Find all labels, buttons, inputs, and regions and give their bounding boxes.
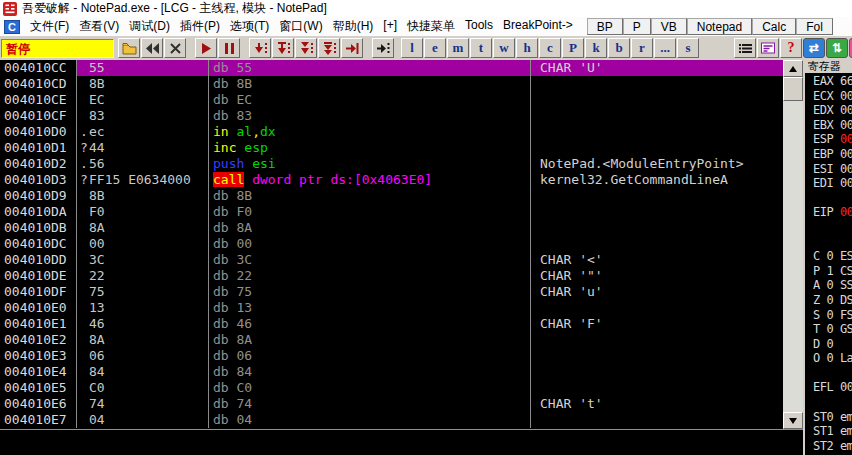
menu-button-bp[interactable]: BP: [587, 18, 623, 35]
toolbar-letter-e[interactable]: e: [424, 38, 446, 58]
register-line[interactable]: [805, 395, 852, 410]
menu-button-fol[interactable]: Fol: [796, 18, 833, 35]
toolbar-letter-w[interactable]: w: [493, 38, 515, 58]
close-process-button[interactable]: [164, 38, 186, 58]
disasm-row[interactable]: 004010D3?FF15 E0634000call dword ptr ds:…: [0, 172, 783, 188]
toolbar-letter-h[interactable]: h: [516, 38, 538, 58]
register-line[interactable]: EFL 00: [805, 380, 852, 395]
menu-item-breakpoint[interactable]: BreakPoint->: [503, 18, 573, 35]
menu-button-vb[interactable]: VB: [651, 18, 687, 35]
help-button[interactable]: ?: [780, 38, 802, 58]
toolbar-letter-more[interactable]: ...: [654, 38, 676, 58]
run-button[interactable]: [195, 38, 217, 58]
disasm-row[interactable]: 004010E0 13db 13: [0, 300, 783, 316]
disasm-row[interactable]: 004010D1?44inc esp: [0, 140, 783, 156]
register-line[interactable]: EDI 00: [805, 176, 852, 191]
disasm-row[interactable]: 004010D9 8Bdb 8B: [0, 188, 783, 204]
toolbar-letter-s[interactable]: s: [677, 38, 699, 58]
trace-into-button[interactable]: [295, 38, 317, 58]
disasm-row[interactable]: 004010DB 8Adb 8A: [0, 220, 783, 236]
register-line[interactable]: O 0 LastErr: [805, 351, 852, 366]
disasm-row[interactable]: 004010E2 8Adb 8A: [0, 332, 783, 348]
disasm-row[interactable]: 004010E1 46db 46CHAR 'F': [0, 316, 783, 332]
menu-item-plus[interactable]: [+]: [383, 18, 397, 35]
go-to-user-code-button[interactable]: [372, 38, 394, 58]
disasm-row[interactable]: 004010E4 84db 84: [0, 364, 783, 380]
register-line[interactable]: ST0 empty: [805, 410, 852, 425]
register-line[interactable]: T 0 GS: [805, 322, 852, 337]
pause-button[interactable]: [218, 38, 240, 58]
toolbar-letter-P[interactable]: P: [562, 38, 584, 58]
register-line[interactable]: EBP 00: [805, 147, 852, 162]
disasm-row[interactable]: 004010DD 3Cdb 3CCHAR '<': [0, 252, 783, 268]
menu-button-notepad[interactable]: Notepad: [687, 18, 752, 35]
register-line[interactable]: S 0 FS: [805, 308, 852, 323]
register-line[interactable]: ECX 00: [805, 89, 852, 104]
menu-item-plugins[interactable]: 插件(P): [180, 18, 220, 35]
register-line[interactable]: D 0: [805, 337, 852, 352]
register-line[interactable]: Z 0 DS: [805, 293, 852, 308]
menu-item-debug[interactable]: 调试(D): [129, 18, 170, 35]
disasm-row[interactable]: 004010E5 C0db C0: [0, 380, 783, 396]
menu-item-options[interactable]: 选项(T): [230, 18, 269, 35]
toolbar-letter-t[interactable]: t: [470, 38, 492, 58]
scroll-down-button[interactable]: [783, 412, 803, 429]
menu-item-quick-menu[interactable]: 快捷菜单: [407, 18, 455, 35]
plugin-updown-button[interactable]: ⇅: [826, 38, 848, 58]
menu-item-view[interactable]: 查看(V): [79, 18, 119, 35]
menu-item-help[interactable]: 帮助(H): [333, 18, 374, 35]
menu-item-window[interactable]: 窗口(W): [279, 18, 322, 35]
toolbar-letter-m[interactable]: m: [447, 38, 469, 58]
windows-list-button[interactable]: [734, 38, 756, 58]
register-line[interactable]: EBX 00: [805, 118, 852, 133]
register-line[interactable]: ST2 empty: [805, 439, 852, 454]
register-line[interactable]: [805, 366, 852, 381]
disasm-row[interactable]: 004010CE ECdb EC: [0, 92, 783, 108]
step-into-button[interactable]: [249, 38, 271, 58]
toolbar-letter-k[interactable]: k: [585, 38, 607, 58]
register-line[interactable]: P 1 CS: [805, 264, 852, 279]
disasm-row[interactable]: 004010DA F0db F0: [0, 204, 783, 220]
disasm-row[interactable]: 004010E6 74db 74CHAR 't': [0, 396, 783, 412]
disasm-row[interactable]: 004010CD 8Bdb 8B: [0, 76, 783, 92]
disasm-row[interactable]: 004010D0.ecin al,dx: [0, 124, 783, 140]
register-line[interactable]: EIP 00: [805, 205, 852, 220]
register-line[interactable]: [805, 235, 852, 250]
toolbar-letter-l[interactable]: l: [401, 38, 423, 58]
scroll-up-button[interactable]: [783, 60, 803, 77]
disasm-row[interactable]: 004010DF 75db 75CHAR 'u': [0, 284, 783, 300]
restart-button[interactable]: [141, 38, 163, 58]
register-line[interactable]: ESP 00: [805, 132, 852, 147]
toolbar-letter-b[interactable]: b: [608, 38, 630, 58]
disasm-row[interactable]: 004010CF 83db 83: [0, 108, 783, 124]
scrollbar-thumb[interactable]: [783, 77, 803, 101]
disasm-row[interactable]: 004010DC 00db 00: [0, 236, 783, 252]
menu-button-calc[interactable]: Calc: [752, 18, 796, 35]
menu-item-file[interactable]: 文件(F): [30, 18, 69, 35]
execute-till-return-button[interactable]: [341, 38, 363, 58]
register-line[interactable]: EDX 00: [805, 103, 852, 118]
disassembly-scrollbar[interactable]: [783, 60, 803, 429]
menu-item-tools[interactable]: Tools: [465, 18, 493, 35]
disasm-row[interactable]: 004010CC 55db 55CHAR 'U': [0, 60, 783, 76]
disasm-row[interactable]: 004010E7 04db 04: [0, 412, 783, 428]
menu-button-p[interactable]: P: [623, 18, 651, 35]
cpu-window-icon[interactable]: C: [4, 20, 20, 34]
step-over-button[interactable]: [272, 38, 294, 58]
plugin-sync-button[interactable]: ⇄: [803, 38, 825, 58]
register-line[interactable]: ESI 00: [805, 162, 852, 177]
register-line[interactable]: A 0 SS: [805, 278, 852, 293]
disasm-row[interactable]: 004010E3 06db 06: [0, 348, 783, 364]
shortcut-editor-button[interactable]: [757, 38, 779, 58]
disasm-row[interactable]: 004010DE 22db 22CHAR '"': [0, 268, 783, 284]
register-line[interactable]: [805, 191, 852, 206]
toolbar-letter-c[interactable]: c: [539, 38, 561, 58]
register-line[interactable]: C 0 ES: [805, 249, 852, 264]
trace-over-button[interactable]: [318, 38, 340, 58]
register-line[interactable]: ST1 empty: [805, 424, 852, 439]
register-line[interactable]: [805, 220, 852, 235]
open-file-button[interactable]: [118, 38, 140, 58]
register-line[interactable]: EAX 66: [805, 74, 852, 89]
disasm-row[interactable]: 004010D2.56push esiNotePad.<ModuleEntryP…: [0, 156, 783, 172]
toolbar-letter-r[interactable]: r: [631, 38, 653, 58]
